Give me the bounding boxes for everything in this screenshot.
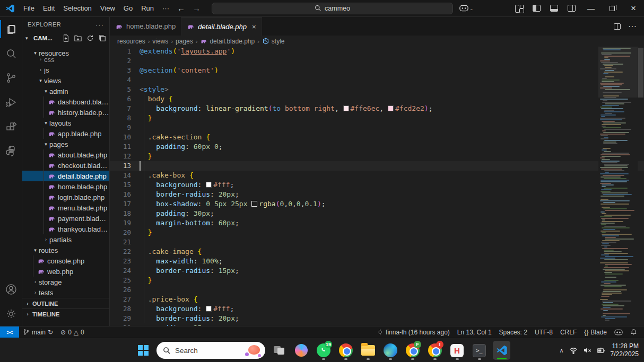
editor-more-actions-icon[interactable]: ···: [628, 22, 637, 31]
refresh-icon[interactable]: [86, 34, 94, 42]
line-number[interactable]: 17: [110, 199, 131, 209]
code-line-29[interactable]: 29 border-radius: 20px;: [110, 314, 644, 323]
line-number[interactable]: 4: [110, 75, 131, 85]
git-branch-status[interactable]: main ↻: [19, 326, 57, 338]
color-swatch[interactable]: [206, 182, 212, 188]
code-line-10[interactable]: 10 .cake-section {: [110, 133, 644, 142]
line-number[interactable]: 26: [110, 285, 131, 295]
breadcrumb-item-resources[interactable]: resources: [117, 38, 145, 45]
code-line-24[interactable]: 24 border-radius: 15px;: [110, 266, 644, 276]
color-swatch[interactable]: [251, 201, 257, 207]
toggle-secondary-sidebar-icon[interactable]: [568, 5, 576, 12]
command-center-search[interactable]: cammeo: [212, 3, 453, 14]
volume-muted-icon[interactable]: [583, 346, 591, 355]
line-number[interactable]: 13: [110, 161, 131, 171]
minimize-button[interactable]: —: [580, 0, 602, 17]
editor-scrollbar[interactable]: [638, 47, 644, 326]
problems-status[interactable]: ⊘ 0 △ 0: [57, 326, 88, 338]
code-line-22[interactable]: 22 .cake-image {: [110, 247, 644, 257]
code-line-11[interactable]: 11 padding: 60px 0;: [110, 142, 644, 152]
copilot-status[interactable]: [611, 326, 626, 338]
line-number[interactable]: 3: [110, 66, 131, 75]
code-line-21[interactable]: 21: [110, 237, 644, 247]
project-section-header[interactable]: ▾ CAM...: [22, 32, 109, 45]
tree-item-routes[interactable]: ▾routes: [22, 245, 109, 255]
menu-[interactable]: ···: [158, 1, 173, 16]
line-number[interactable]: 24: [110, 266, 131, 276]
line-number[interactable]: 19: [110, 218, 131, 228]
code-line-6[interactable]: 6 body {: [110, 94, 644, 104]
edge-button[interactable]: [381, 340, 399, 361]
navigate-forward-icon[interactable]: →: [189, 4, 204, 13]
tree-item-admin[interactable]: ▾admin: [22, 86, 109, 96]
tree-item-layouts[interactable]: ▾layouts: [22, 118, 109, 128]
line-number[interactable]: 22: [110, 247, 131, 257]
breadcrumb-item-style[interactable]: style: [262, 38, 285, 45]
python-activity-icon[interactable]: [0, 139, 22, 163]
code-line-8[interactable]: 8 }: [110, 113, 644, 123]
code-line-28[interactable]: 28 background: #fff;: [110, 304, 644, 314]
code-line-3[interactable]: 3@section('content'): [110, 66, 644, 75]
menu-view[interactable]: View: [96, 1, 119, 16]
notifications-bell[interactable]: [626, 326, 641, 338]
file-explorer-button[interactable]: [359, 340, 377, 361]
line-number[interactable]: 16: [110, 190, 131, 199]
tree-item-thankyou-blade-p---[interactable]: thankyou.blade.p...: [22, 224, 109, 234]
h-app-button[interactable]: H: [448, 340, 466, 361]
copilot-taskbar-button[interactable]: [292, 340, 310, 361]
restore-button[interactable]: [602, 0, 623, 17]
code-line-23[interactable]: 23 max-width: 100%;: [110, 257, 644, 266]
line-number[interactable]: 11: [110, 142, 131, 152]
tree-item-login-blade-php[interactable]: login.blade.php: [22, 192, 109, 202]
breadcrumb-item-detail-blade-php[interactable]: detail.blade.php: [200, 38, 255, 45]
tab-home-blade-php[interactable]: home.blade.php: [110, 17, 181, 36]
code-line-26[interactable]: 26: [110, 285, 644, 295]
line-number[interactable]: 5: [110, 85, 131, 94]
minimap[interactable]: [598, 47, 638, 326]
tree-item-views[interactable]: ▾views: [22, 75, 109, 86]
line-number[interactable]: 23: [110, 257, 131, 266]
code-line-25[interactable]: 25 }: [110, 276, 644, 285]
tree-item-history-blade-php[interactable]: history.blade.php: [22, 107, 109, 118]
menu-run[interactable]: Run: [137, 1, 158, 16]
code-line-27[interactable]: 27 .price-box {: [110, 295, 644, 304]
chrome-button[interactable]: [337, 340, 354, 361]
menu-file[interactable]: File: [19, 1, 39, 16]
tree-item-dashboard-blade----[interactable]: dashboard.blade....: [22, 96, 109, 107]
color-swatch[interactable]: [343, 105, 349, 111]
tree-item-menu-blade-php[interactable]: menu.blade.php: [22, 202, 109, 213]
line-number[interactable]: 27: [110, 295, 131, 304]
menu-go[interactable]: Go: [119, 1, 137, 16]
line-number[interactable]: 18: [110, 209, 131, 218]
new-folder-icon[interactable]: [74, 34, 82, 42]
toggle-primary-sidebar-icon[interactable]: [533, 5, 541, 12]
vscode-taskbar-button[interactable]: [493, 340, 510, 361]
hidden-icons-chevron[interactable]: ∧: [560, 347, 564, 354]
source-control-activity-icon[interactable]: [0, 66, 22, 90]
code-line-13[interactable]: 13: [110, 161, 644, 171]
tree-item-storage[interactable]: ›storage: [22, 277, 109, 287]
tree-item-app-blade-php[interactable]: app.blade.php: [22, 128, 109, 139]
code-line-19[interactable]: 19 margin-bottom: 60px;: [110, 218, 644, 228]
line-number[interactable]: 7: [110, 104, 131, 113]
code-line-7[interactable]: 7 background: linear-gradient(to bottom …: [110, 104, 644, 113]
search-activity-icon[interactable]: [0, 41, 22, 66]
sidebar-more-actions-icon[interactable]: ···: [95, 21, 104, 29]
navigate-back-icon[interactable]: ←: [173, 4, 189, 13]
customize-layout-icon[interactable]: [515, 5, 523, 12]
line-number[interactable]: 1: [110, 47, 131, 56]
code-line-15[interactable]: 15 background: #fff;: [110, 180, 644, 190]
line-number[interactable]: 8: [110, 113, 131, 123]
code-line-16[interactable]: 16 border-radius: 20px;: [110, 190, 644, 199]
line-number[interactable]: 20: [110, 228, 131, 237]
account-activity-icon[interactable]: [0, 277, 22, 302]
copilot-titlebar-button[interactable]: ⌄: [459, 5, 474, 12]
section-timeline[interactable]: ›TIMELINE: [22, 308, 109, 319]
wifi-icon[interactable]: [569, 346, 578, 355]
menu-selection[interactable]: Selection: [59, 1, 95, 16]
line-number[interactable]: 14: [110, 171, 131, 180]
tree-item-resources[interactable]: ▾resources: [22, 48, 109, 58]
code-line-14[interactable]: 14 .cake-box {: [110, 171, 644, 180]
extensions-activity-icon[interactable]: [0, 114, 22, 139]
line-number[interactable]: 10: [110, 133, 131, 142]
